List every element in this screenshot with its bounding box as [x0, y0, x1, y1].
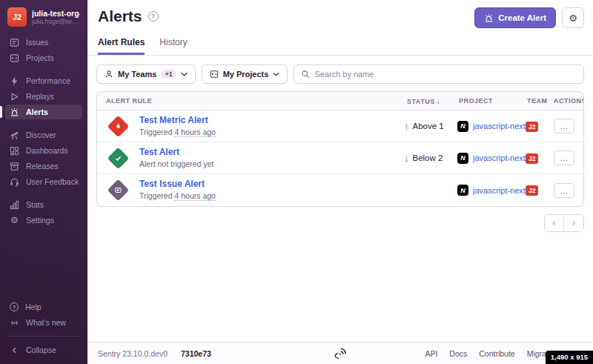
- team-badge[interactable]: J2: [526, 185, 538, 196]
- row-actions-button[interactable]: …: [554, 150, 574, 165]
- org-avatar[interactable]: J2: [7, 7, 27, 27]
- support-icon: [10, 177, 19, 187]
- tab-alert-rules[interactable]: Alert Rules: [98, 37, 145, 55]
- filter-bar: My Teams +1 My Projects: [96, 64, 584, 84]
- team-badge[interactable]: J2: [526, 153, 538, 164]
- user-icon: [105, 70, 113, 79]
- broadcast-icon: [10, 318, 19, 328]
- sidebar-item-label: Dashboards: [26, 146, 68, 155]
- telescope-icon: [10, 130, 19, 140]
- sidebar-item-help[interactable]: ? Help: [5, 300, 82, 314]
- sidebar-item-label: Discover: [26, 130, 56, 139]
- check-icon: [114, 154, 122, 162]
- teams-filter-label: My Teams: [118, 70, 156, 79]
- resolved-severity-icon: [107, 147, 130, 169]
- alert-rule-subtitle: Triggered 4 hours ago: [139, 191, 216, 202]
- project-cell: N javascript-nextjs: [453, 185, 521, 196]
- team-badge[interactable]: J2: [526, 122, 538, 132]
- fire-icon: [114, 122, 122, 130]
- pagination: ‹ ›: [96, 214, 584, 232]
- chevron-left-icon: [10, 345, 19, 355]
- sidebar-item-discover[interactable]: Discover: [5, 128, 82, 142]
- sidebar-item-settings[interactable]: ⚙ Settings: [5, 213, 82, 228]
- alert-rule-link[interactable]: Test Metric Alert: [139, 115, 216, 127]
- footer-link-contribute[interactable]: Contribute: [479, 349, 514, 358]
- project-cell: N javascript-nextjs: [453, 153, 521, 164]
- sidebar-item-label: Stats: [26, 200, 44, 209]
- sidebar-item-label: Projects: [26, 53, 54, 62]
- alert-rule-link[interactable]: Test Issue Alert: [139, 179, 216, 191]
- triggered-time-link[interactable]: 4 hours ago: [174, 128, 215, 137]
- column-header-team: Team: [521, 97, 548, 105]
- row-actions-button[interactable]: …: [554, 119, 574, 133]
- sidebar-item-label: Performance: [26, 76, 70, 85]
- table-row: Test Issue Alert Triggered 4 hours ago N…: [97, 174, 583, 205]
- org-name: julia-test-org-2 …: [32, 9, 80, 18]
- issue-icon: [114, 186, 122, 194]
- sentry-logo: [334, 347, 347, 360]
- gear-icon: ⚙: [569, 13, 577, 24]
- projects-icon: [10, 53, 19, 63]
- page-header: Alerts ? Create Alert ⚙: [87, 0, 593, 28]
- search-icon: [301, 70, 310, 79]
- siren-icon: [484, 13, 494, 23]
- resolution-badge: 1,490 x 915: [546, 351, 593, 364]
- create-alert-button[interactable]: Create Alert: [474, 7, 556, 28]
- alert-rules-table: Alert Rule Status↓ Project Team Actions …: [96, 91, 584, 207]
- footer-link-api[interactable]: API: [425, 349, 437, 358]
- nextjs-platform-icon: N: [457, 185, 468, 196]
- sidebar-item-label: Alerts: [26, 107, 48, 116]
- sidebar-item-performance[interactable]: Performance: [5, 73, 82, 88]
- sidebar-item-label: User Feedback: [26, 177, 79, 186]
- search-box[interactable]: [294, 64, 584, 84]
- sidebar-item-stats[interactable]: Stats: [5, 197, 82, 212]
- sidebar-item-alerts[interactable]: Alerts: [5, 105, 82, 119]
- footer-link-docs[interactable]: Docs: [449, 349, 467, 358]
- stats-icon: [10, 200, 19, 210]
- sidebar-item-issues[interactable]: Issues: [5, 35, 82, 50]
- column-header-alert-rule: Alert Rule: [97, 97, 401, 105]
- alert-rule-subtitle: Alert not triggered yet: [139, 159, 213, 170]
- previous-page-button[interactable]: ‹: [545, 215, 564, 231]
- alerts-settings-button[interactable]: ⚙: [562, 7, 584, 28]
- footer-build-hash: 7310e73: [181, 349, 211, 358]
- replays-icon: [10, 92, 19, 102]
- chevron-down-icon: [273, 72, 279, 76]
- alert-rule-link[interactable]: Test Alert: [139, 147, 213, 159]
- status-cell: ↑ Above 1: [401, 121, 453, 132]
- table-row: Test Alert Alert not triggered yet ↓ Bel…: [97, 142, 583, 174]
- dashboards-icon: [10, 146, 19, 156]
- status-text: Above 1: [413, 122, 444, 130]
- sidebar-item-whats-new[interactable]: What's new: [5, 315, 82, 330]
- tabs: Alert Rules History: [87, 28, 593, 56]
- row-actions-button[interactable]: …: [554, 183, 574, 198]
- sidebar-item-label: What's new: [26, 318, 66, 327]
- nextjs-platform-icon: N: [457, 153, 468, 164]
- sidebar: J2 julia-test-org-2 … julia.hoge@sentry.…: [0, 0, 87, 364]
- footer-version: Sentry 23.10.0.dev0: [98, 349, 168, 358]
- main-area: Alerts ? Create Alert ⚙ Alert Rules Hist…: [87, 0, 593, 364]
- sidebar-item-dashboards[interactable]: Dashboards: [5, 143, 82, 158]
- sidebar-item-releases[interactable]: Releases: [5, 159, 82, 173]
- next-page-button[interactable]: ›: [564, 215, 583, 231]
- sidebar-item-label: Issues: [26, 38, 48, 47]
- triggered-time-link[interactable]: 4 hours ago: [174, 191, 215, 201]
- issue-severity-icon: [107, 179, 130, 202]
- org-switcher[interactable]: J2 julia-test-org-2 … julia.hoge@sentry.…: [0, 0, 87, 33]
- search-input[interactable]: [314, 70, 577, 79]
- sidebar-collapse-button[interactable]: Collapse: [5, 343, 82, 357]
- column-header-status[interactable]: Status↓: [401, 97, 453, 105]
- teams-filter-button[interactable]: My Teams +1: [96, 64, 196, 84]
- sidebar-item-replays[interactable]: Replays: [5, 89, 82, 104]
- sidebar-item-user-feedback[interactable]: User Feedback: [5, 174, 82, 189]
- status-text: Below 2: [413, 153, 443, 162]
- tab-history[interactable]: History: [159, 37, 187, 55]
- sidebar-bottom: ? Help What's new Collapse: [0, 299, 87, 364]
- sidebar-item-projects[interactable]: Projects: [5, 50, 82, 65]
- page-help-icon[interactable]: ?: [148, 11, 159, 21]
- page-title: Alerts: [98, 7, 142, 25]
- sidebar-nav: Issues Projects Performance Replays Aler…: [0, 34, 87, 236]
- gear-icon: ⚙: [10, 216, 19, 225]
- projects-filter-button[interactable]: My Projects: [202, 64, 288, 84]
- help-icon: ?: [10, 302, 19, 311]
